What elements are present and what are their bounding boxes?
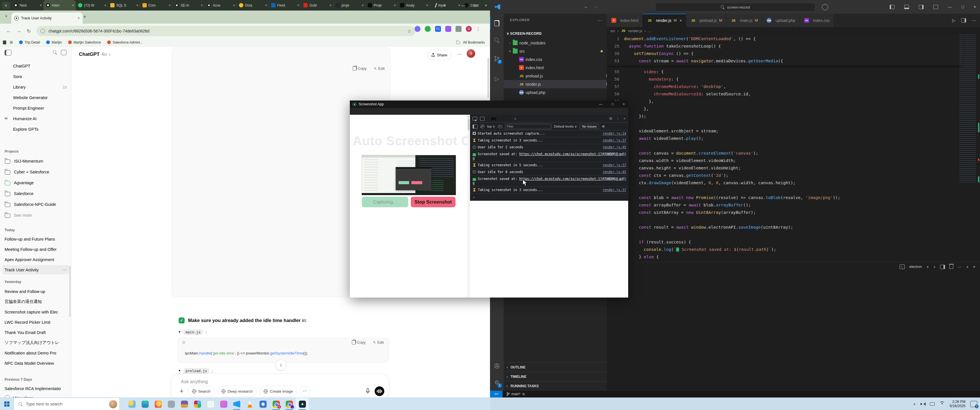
tree-file-row[interactable]: ∨ src [504,47,607,55]
remote-indicator[interactable]: >< [490,391,503,397]
mic-icon[interactable] [366,388,370,394]
code-editor[interactable]: 1document.addEventListener('DOMContentLo… [607,35,980,262]
maximize-button[interactable]: □ [961,5,964,9]
source-link[interactable]: render.js:37 [603,188,626,192]
more-tools-button[interactable]: ⋯ [300,386,310,396]
url-text[interactable]: chatgpt.com/c/6826d336-5674-300f-b1bc-74… [48,29,149,33]
tab-close-icon[interactable]: × [361,3,364,7]
console-prompt[interactable]: › [470,194,628,201]
tree-file-row[interactable]: JS preload.js M [504,72,613,80]
extensions-puzzle-icon[interactable] [455,26,461,32]
sidebar-nav-item[interactable]: ∞ Humanize AI [2,114,69,124]
chat-history-item[interactable]: Thank You Email Draft [2,328,69,337]
tab-close-icon[interactable]: × [329,3,332,7]
split-terminal-icon[interactable] [940,265,945,269]
taskbar-app-icon[interactable] [165,398,178,410]
console-context-selector[interactable]: top ∨ [487,124,495,129]
browser-menu-icon[interactable]: ⋮ [476,27,480,32]
browser-tab[interactable]: Osta × [237,0,269,11]
taskbar-app-icon[interactable]: S [269,398,283,410]
account-icon[interactable] [490,359,504,372]
tab-close-icon[interactable]: × [458,3,461,7]
tree-file-row[interactable]: css index.css [504,55,613,64]
tab-close-icon[interactable]: × [297,3,300,7]
app-scrollbar[interactable]: ▲ [467,115,470,297]
devtools-settings-icon[interactable]: ⚙ [609,116,612,121]
editor-tab[interactable]: css index.css × [800,14,834,27]
console-message[interactable]: Taking screenshot in 5 seconds... render… [470,162,628,169]
console-message[interactable]: Started auto screenshot capture... rende… [470,130,628,137]
menu-item[interactable] [505,6,509,8]
nav-forward-icon[interactable]: → [593,4,597,9]
editor-tab[interactable]: JS render.js M × [643,14,686,27]
tab-close-icon[interactable]: × [264,3,268,7]
breadcrumb[interactable]: src› JS render.js› ... [610,27,651,35]
taskbar-app-icon[interactable] [296,398,309,410]
sidebar-section-header[interactable]: ›RUNNING TASKS [504,381,607,391]
chat-history-item[interactable]: NPC Data Model Overview [2,359,69,368]
new-tab-button[interactable]: + [441,2,448,9]
extension-icon[interactable] [415,26,420,32]
git-branch-status[interactable]: main* ↻ [506,391,525,397]
browser-tab[interactable]: Inten × [44,0,76,11]
apps-grid-icon[interactable]: ⊞ [10,40,13,44]
explorer-options-icon[interactable]: ⋯ [597,17,602,23]
browser-tab[interactable]: Feed × [269,0,301,11]
tab-search-chevron-icon[interactable]: ∨ [2,2,10,9]
search-icon[interactable] [53,51,57,54]
editor-tab[interactable]: php upload.php × [762,14,799,27]
chat-history-item[interactable]: Meeting Follow-up and Offer [2,245,69,254]
tool-pill-button[interactable]: Create image [259,386,297,397]
tab-close-icon[interactable]: × [39,3,43,7]
tab-search-chevron-icon[interactable]: ∨ [3,14,10,20]
sync-icon[interactable]: ↻ [522,392,525,396]
sidebar-nav-item[interactable]: Sora [2,72,69,81]
minimize-button[interactable]: — [461,3,465,8]
menu-item[interactable] [516,6,521,8]
model-selector[interactable]: ChatGPT 4o ∨ [79,51,111,57]
chat-history-item[interactable]: Screenshot capture with Elec [2,307,69,316]
project-item[interactable]: Agvantage [2,178,69,188]
clock[interactable]: 2:26 PM 5/16/2025 [950,400,966,408]
tab-close-icon[interactable]: × [232,3,235,7]
issues-counter[interactable]: No Issues [580,124,599,129]
minimize-button[interactable]: — [599,102,603,106]
notifications-icon[interactable]: 1 [970,401,977,407]
copilot-icon[interactable] [822,4,828,10]
active-browser-tab[interactable]: Track User Activity × [11,13,83,24]
console-message[interactable]: User idle for 8 seconds render.js:45 [470,169,628,176]
toggle-panel-icon[interactable] [904,5,909,9]
sidebar-section-header[interactable]: ›TIMELINE [504,372,607,381]
sidebar-toggle-icon[interactable] [5,50,11,56]
reload-icon[interactable]: ↻ [27,28,31,34]
wifi-icon[interactable] [940,402,945,407]
editor-tab[interactable]: JS preload.js M × [686,14,727,27]
scroll-to-bottom-button[interactable]: ↓ [275,359,286,370]
extension-icon[interactable] [425,26,431,32]
project-item[interactable]: Cyber + Salesforce [2,167,69,177]
stop-screenshot-button[interactable]: Stop Screenshot [411,197,455,207]
tab-close-icon[interactable]: × [168,3,171,7]
profile-avatar[interactable]: S [466,26,472,32]
sidebar-scrollbar[interactable] [69,265,71,317]
console-message[interactable]: Screenshot saved at: https://chat.mcqstu… [470,151,628,162]
bookmark-item[interactable]: Martjin Salesforce [68,40,101,44]
panel-close-icon[interactable]: × [973,264,975,269]
browser-tab[interactable]: (72) W × [76,0,108,11]
maximize-button[interactable]: □ [474,3,476,8]
devtools-close-icon[interactable]: × [623,116,625,121]
terminal-profile-label[interactable]: electron [909,265,922,269]
chat-history-item[interactable]: 宮脇奈菜の退任通知 [2,297,69,307]
start-button[interactable] [0,398,14,410]
chat-history-item[interactable]: Notification about Demo Pro [2,348,69,358]
menu-item[interactable] [533,6,538,8]
user-avatar[interactable]: S [467,49,475,58]
item-options-icon[interactable]: ⋯ [62,268,67,272]
extension-icon[interactable]: F1 [435,26,441,32]
voice-mode-button[interactable] [375,386,384,396]
taskbar-app-icon[interactable] [191,398,204,410]
back-icon[interactable]: ← [6,28,11,34]
chat-history-item[interactable]: Follow-up and Future Plans [2,234,69,244]
console-message[interactable]: Taking screenshot in 3 seconds... render… [470,137,628,144]
new-terminal-icon[interactable]: + [926,264,929,269]
